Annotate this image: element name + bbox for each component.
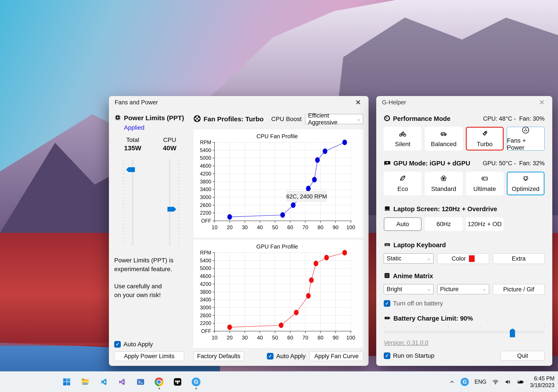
gamepad-icon	[481, 175, 489, 183]
svg-text:2200: 2200	[200, 210, 211, 216]
gpu-optimized-button[interactable]: Optimized	[507, 172, 545, 195]
turn-off-on-battery-checkbox[interactable]: ✓ Turn off on battery	[384, 300, 545, 307]
fans-window-titlebar[interactable]: Fans and Power ✕	[109, 96, 368, 109]
chrome-button[interactable]	[152, 374, 166, 390]
total-power-slider[interactable]	[114, 159, 151, 245]
cpu-power-slider[interactable]	[151, 159, 188, 245]
svg-text:GPU Fan Profile: GPU Fan Profile	[256, 243, 298, 250]
gpu-ultimate-button[interactable]: Ultimate	[466, 172, 504, 195]
close-icon[interactable]: ✕	[537, 99, 547, 106]
svg-text:10: 10	[212, 224, 218, 230]
quit-button[interactable]: Quit	[501, 351, 545, 361]
svg-text:60: 60	[287, 224, 293, 230]
cpu-fan-profile-chart[interactable]: CPU Fan ProfileRPM5400500046004200380034…	[193, 129, 363, 238]
performance-fans-power-button[interactable]: Fans + Power	[507, 127, 545, 150]
powershell-button[interactable]	[134, 374, 148, 390]
tidal-button[interactable]	[171, 374, 184, 390]
slider-track[interactable]	[169, 159, 170, 245]
chevron-down-icon: ⌄	[427, 256, 431, 260]
matrix-brightness-select[interactable]: Bright ⌄	[384, 284, 434, 294]
gpu-fan-profile-chart[interactable]: GPU Fan ProfileRPM5400500046004200380034…	[193, 240, 363, 348]
svg-text:70: 70	[302, 224, 308, 230]
svg-text:40: 40	[257, 335, 263, 341]
power-limits-panel: Power Limits (PPT) Applied Total 135W CP…	[114, 109, 188, 361]
svg-text:3000: 3000	[200, 305, 211, 310]
slider-track[interactable]	[384, 331, 544, 333]
svg-text:60: 60	[287, 335, 293, 341]
factory-defaults-button[interactable]: Factory Defaults	[193, 351, 244, 361]
battery-charge-limit-header: Battery Charge Limit: 90%	[393, 315, 473, 322]
screen-120hz-od-button[interactable]: 120Hz + OD	[466, 217, 504, 231]
svg-text:62C, 2400 RPM: 62C, 2400 RPM	[286, 193, 327, 200]
gpu-eco-button[interactable]: Eco	[384, 172, 422, 195]
file-explorer-button[interactable]	[78, 374, 92, 390]
screen-60hz-button[interactable]: 60Hz	[425, 217, 462, 231]
bicycle-icon	[399, 130, 407, 138]
keyboard-mode-select[interactable]: Static ⌄	[384, 253, 434, 263]
power-limits-status: Applied	[124, 124, 188, 131]
anime-matrix-header: Anime Matrix	[393, 273, 433, 280]
battery-charge-slider[interactable]	[384, 325, 545, 335]
slider-track[interactable]	[132, 159, 133, 245]
leaf-icon	[399, 175, 407, 183]
svg-text:20: 20	[227, 335, 233, 341]
close-icon[interactable]: ✕	[353, 99, 363, 106]
svg-text:4200: 4200	[200, 171, 211, 177]
volume-icon[interactable]	[505, 379, 511, 385]
matrix-picture-gif-button[interactable]: Picture / Gif	[493, 284, 545, 295]
g-helper-button[interactable]: G	[189, 374, 203, 390]
cpu-boost-select[interactable]: Efficient Aggressive ⌄	[305, 114, 363, 124]
svg-text:2600: 2600	[200, 313, 211, 318]
cpu-slider-thumb[interactable]	[167, 207, 176, 212]
battery-charging-icon[interactable]	[517, 378, 524, 386]
wifi-icon[interactable]	[492, 379, 499, 385]
run-on-startup-checkbox[interactable]: ✓ Run on Startup	[384, 352, 434, 359]
matrix-running-select[interactable]: Picture ⌄	[437, 284, 489, 294]
svg-text:30: 30	[242, 335, 248, 341]
running-indicator	[195, 388, 197, 389]
chevron-up-icon[interactable]	[449, 379, 455, 385]
svg-text:90: 90	[333, 335, 339, 341]
performance-balanced-button[interactable]: Balanced	[425, 127, 462, 150]
checkbox-checked-icon[interactable]: ✓	[267, 353, 273, 359]
vscode-button[interactable]	[97, 374, 110, 390]
svg-text:2200: 2200	[200, 320, 211, 326]
checkbox-checked-icon[interactable]: ✓	[114, 341, 121, 348]
power-auto-apply-checkbox[interactable]: ✓ Auto Apply	[114, 341, 188, 348]
performance-silent-button[interactable]: Silent	[384, 127, 422, 150]
fan-auto-apply-checkbox[interactable]: ✓ Auto Apply	[267, 353, 306, 360]
battery-slider-thumb[interactable]	[510, 328, 515, 337]
total-slider-thumb[interactable]	[126, 167, 135, 172]
visual-studio-button[interactable]	[115, 374, 129, 390]
g-helper-tray-icon[interactable]: G	[461, 378, 469, 386]
laptop-keyboard-header: Laptop Keyboard	[393, 242, 446, 249]
performance-turbo-button[interactable]: Turbo	[466, 127, 504, 150]
screen-auto-button[interactable]: Auto	[384, 217, 422, 231]
laptop-icon	[384, 205, 391, 213]
g-helper-icon: G	[192, 377, 201, 386]
slider-ticks	[178, 160, 180, 245]
svg-text:4600: 4600	[200, 163, 211, 169]
svg-text:CPU Fan Profile: CPU Fan Profile	[257, 133, 298, 140]
start-button[interactable]	[60, 374, 73, 390]
keyboard-extra-button[interactable]: Extra	[493, 253, 545, 264]
svg-text:70: 70	[302, 335, 308, 341]
svg-text:RPM: RPM	[200, 250, 211, 256]
visual-studio-icon	[118, 378, 126, 386]
language-indicator[interactable]: ENG	[475, 379, 487, 385]
apply-fan-curve-button[interactable]: Apply Fan Curve	[310, 351, 363, 361]
svg-text:4600: 4600	[200, 273, 211, 279]
clock[interactable]: 6:45 PM 3/18/2023	[530, 375, 555, 389]
ghelper-titlebar[interactable]: G-Helper ✕	[376, 96, 552, 109]
checkbox-checked-icon[interactable]: ✓	[384, 352, 390, 359]
keyboard-color-button[interactable]: Color	[437, 253, 489, 264]
laptop-screen-header: Laptop Screen: 120Hz + Overdrive	[393, 205, 497, 213]
version-link[interactable]: Version: 0.31.0.0	[384, 340, 545, 346]
fan-icon	[522, 126, 530, 135]
svg-text:2600: 2600	[200, 202, 211, 208]
checkbox-checked-icon[interactable]: ✓	[384, 300, 390, 307]
fan-profiles-panel: Fan Profiles: Turbo CPU Boost Efficient …	[193, 109, 363, 361]
car-icon	[440, 130, 448, 138]
gpu-standard-button[interactable]: Standard	[425, 172, 462, 195]
apply-power-limits-button[interactable]: Apply Power Limits	[114, 351, 184, 361]
